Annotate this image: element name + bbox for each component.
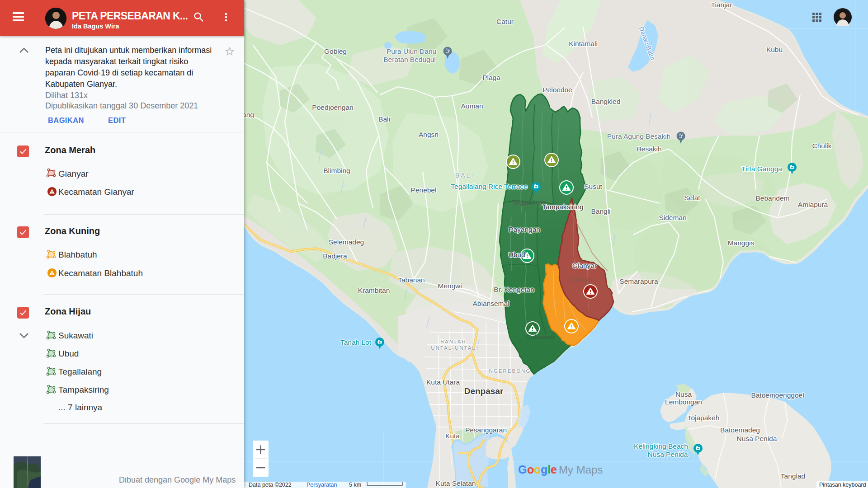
svg-text:My Maps: My Maps [559,464,603,476]
svg-text:Pura Agung Besakih: Pura Agung Besakih [607,132,670,140]
svg-text:Chulik: Chulik [812,142,831,150]
svg-text:Batoemoenggoel: Batoemoenggoel [751,391,804,399]
svg-text:5 km: 5 km [349,482,361,488]
svg-text:Plaga: Plaga [482,74,500,81]
svg-text:Sukawati: Sukawati [526,333,555,341]
svg-text:Kuta: Kuta [445,432,460,440]
svg-text:Tojapakeh: Tojapakeh [688,414,720,422]
svg-text:Denpasar: Denpasar [464,386,504,396]
svg-text:Catur: Catur [496,18,514,25]
svg-text:Kelingking Beach: Kelingking Beach [634,442,688,450]
svg-text:Gobleg: Gobleg [324,47,347,55]
svg-text:Tianjar: Tianjar [711,1,732,9]
svg-text:Tegalalang: Tegalalang [512,198,546,206]
svg-text:Bebandem: Bebandem [756,194,790,202]
svg-text:Amlapura: Amlapura [798,201,828,208]
svg-text:Manggis: Manggis [728,239,755,247]
svg-text:UNTAL-UNTAL: UNTAL-UNTAL [431,345,476,351]
svg-text:l: l [547,463,550,476]
svg-text:Data peta ©2022: Data peta ©2022 [249,482,292,488]
svg-text:G: G [518,463,527,476]
svg-text:Krambitan: Krambitan [358,286,390,294]
svg-text:Besakih: Besakih [637,145,661,153]
svg-text:NGEREBONG: NGEREBONG [489,368,531,374]
svg-text:Penebel: Penebel [411,186,437,194]
svg-text:Susut: Susut [584,183,602,190]
svg-text:Kintamali: Kintamali [569,40,598,47]
svg-text:Sideman: Sideman [659,214,686,221]
svg-text:Badjera: Badjera [323,252,347,260]
svg-text:Bangli: Bangli [591,207,610,215]
svg-text:o: o [527,463,534,476]
svg-text:Poedjoengan: Poedjoengan [312,103,353,111]
svg-text:Nusa Penida: Nusa Penida [648,450,688,458]
svg-text:Tegallalang Rice Terrace: Tegallalang Rice Terrace [451,183,527,190]
svg-text:Tanglad: Tanglad [781,472,805,480]
svg-text:Nusa Penida: Nusa Penida [737,435,777,442]
svg-text:BANJAR: BANJAR [440,339,466,344]
svg-text:Auman: Auman [461,102,483,110]
svg-text:Angsri: Angsri [419,131,439,138]
svg-text:Gianyar: Gianyar [570,276,594,283]
svg-text:Pura Ulun Danu: Pura Ulun Danu [387,47,436,55]
svg-text:Abiansemal: Abiansemal [473,300,509,307]
svg-text:Tirta Gangga: Tirta Gangga [741,165,782,173]
svg-text:Bangkled: Bangkled [591,98,621,105]
svg-text:Kuta Utara: Kuta Utara [426,378,460,386]
svg-text:Tanah Lot: Tanah Lot [340,338,372,346]
svg-text:Mengwi: Mengwi [438,282,462,290]
svg-text:Persyaratan: Persyaratan [307,482,337,488]
svg-text:Batoemadeg: Batoemadeg [720,426,760,434]
svg-text:Br. Kengetan: Br. Kengetan [494,286,534,293]
svg-text:Pesanggaran: Pesanggaran [465,426,507,434]
svg-text:Gianyar: Gianyar [572,262,597,269]
svg-text:Kubu: Kubu [766,46,783,53]
svg-text:ang: ang [244,111,254,118]
svg-text:Selemadeg: Selemadeg [329,238,364,246]
svg-text:g: g [541,463,547,476]
svg-text:Nusa: Nusa [675,390,692,398]
svg-text:Tampaksiring: Tampaksiring [542,203,583,211]
svg-text:Kuta Selatan: Kuta Selatan [436,479,476,487]
svg-text:o: o [534,463,541,476]
svg-text:Beratan Bedugul: Beratan Bedugul [383,56,435,63]
svg-text:Blimbing: Blimbing [323,167,350,174]
svg-text:Semarapura: Semarapura [619,277,658,285]
svg-text:Bali: Bali [378,115,390,123]
svg-text:Lembongan: Lembongan [665,398,702,406]
svg-text:Selat: Selat [684,194,700,202]
svg-text:Ubud: Ubud [508,251,525,258]
svg-text:Tabanan: Tabanan [398,276,425,284]
svg-text:e: e [551,463,557,476]
svg-text:Payangan: Payangan [509,225,540,233]
svg-text:Pintasan keyboard: Pintasan keyboard [819,482,866,488]
svg-text:Peloedoe: Peloedoe [542,86,572,94]
svg-text:BALI: BALI [455,172,474,179]
